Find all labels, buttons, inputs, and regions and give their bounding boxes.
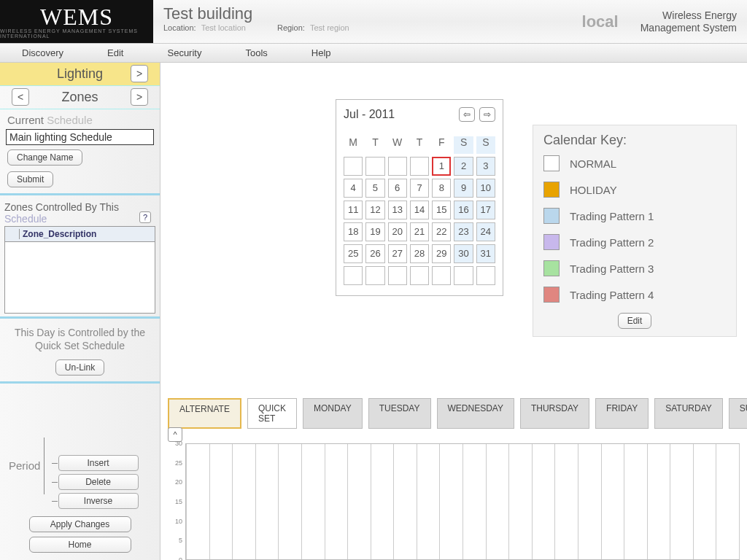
day-tab-alternate[interactable]: ALTERNATE [168,398,241,429]
calendar-day[interactable]: 15 [432,201,451,219]
y-tick: 25 [175,459,182,467]
day-tab-friday[interactable]: FRIDAY [595,398,649,429]
day-tab-thursday[interactable]: THURSDAY [520,398,589,429]
calendar-day[interactable]: 12 [365,201,384,219]
nav-zones-prev[interactable]: < [12,88,29,106]
calendar-empty-cell [344,266,363,285]
calendar-day[interactable]: 8 [432,179,451,198]
calendar-day[interactable]: 26 [365,244,384,263]
help-icon[interactable]: ? [139,211,151,223]
unlink-button[interactable]: Un-Link [55,359,104,376]
calendar-day[interactable]: 30 [454,244,473,263]
submit-button[interactable]: Submit [7,171,53,187]
calendar-grid: MTWTFSS123456789101112131415161718192021… [344,136,495,285]
calendar-empty-cell [388,266,407,285]
chart-box[interactable] [185,443,740,560]
apply-changes-button[interactable]: Apply Changes [29,516,131,532]
logo-text: WEMS [40,5,113,28]
calendar-day[interactable]: 22 [432,222,451,241]
calendar-key: Calendar Key: NORMALHOLIDAYTrading Patte… [533,125,737,337]
delete-button[interactable]: Delete [58,474,139,490]
divider-2 [0,316,160,319]
region-value: Test region [310,23,349,32]
calendar-day[interactable]: 28 [410,244,429,263]
calendar-day[interactable]: 11 [344,201,363,219]
calendar-prev[interactable]: ⇦ [459,107,475,122]
key-row: HOLIDAY [543,182,726,198]
home-button[interactable]: Home [29,537,131,553]
inverse-button[interactable]: Inverse [58,493,139,509]
calendar-day[interactable]: 6 [388,179,407,198]
menu-discovery[interactable]: Discovery [22,47,63,58]
nav-lighting: Lighting > [0,63,160,86]
calendar-day[interactable]: 13 [388,201,407,219]
nav-zones-next[interactable]: > [131,88,148,106]
calendar-day[interactable]: 3 [476,157,495,176]
calendar-day[interactable]: 20 [388,222,407,241]
calendar-day[interactable]: 5 [365,179,384,198]
calendar-day[interactable]: 10 [476,179,495,198]
calendar-day[interactable]: 29 [432,244,451,263]
calendar-day[interactable]: 7 [410,179,429,198]
change-name-button[interactable]: Change Name [7,149,82,166]
calendar-day[interactable]: 25 [344,244,363,263]
day-tab-saturday[interactable]: SATURDAY [654,398,723,429]
day-tab-quick-set[interactable]: QUICK SET [247,398,297,429]
calendar-next[interactable]: ⇨ [479,107,495,122]
calendar-day[interactable]: 4 [344,179,363,198]
calendar-empty-cell [344,157,363,176]
key-edit-button[interactable]: Edit [618,313,652,329]
day-tab-tuesday[interactable]: TUESDAY [368,398,431,429]
key-label: Trading Pattern 4 [570,289,654,301]
menu-tools[interactable]: Tools [245,47,267,58]
key-label: Trading Pattern 2 [570,236,654,249]
insert-button[interactable]: Insert [58,455,139,471]
menu-edit[interactable]: Edit [107,47,123,58]
day-tab-wednesday[interactable]: WEDNESDAY [437,398,514,429]
schedule-name-input[interactable]: Main lighting Schedule [6,129,154,145]
calendar-day[interactable]: 1 [432,157,451,176]
menubar: Discovery Edit Security Tools Help [0,44,747,63]
nav-lighting-next[interactable]: > [131,65,148,82]
calendar-day[interactable]: 18 [344,222,363,241]
calendar-dow: S [454,136,473,154]
calendar-day[interactable]: 27 [388,244,407,263]
calendar-empty-cell [410,157,429,176]
system-name: Wireless Energy Management System [640,9,737,34]
key-swatch [543,287,560,303]
calendar-day[interactable]: 16 [454,201,473,219]
calendar-dow: M [344,136,363,154]
nav-zones: < Zones > [0,86,160,109]
calendar-day[interactable]: 2 [454,157,473,176]
period-group: Period Insert Delete Inverse Apply Chang… [0,449,160,560]
y-tick: 30 [175,440,182,447]
menu-security[interactable]: Security [167,47,201,58]
key-label: NORMAL [570,158,616,170]
divider [0,193,160,195]
calendar-day[interactable]: 19 [365,222,384,241]
menu-help[interactable]: Help [311,47,331,58]
calendar-day[interactable]: 14 [410,201,429,219]
y-tick: 0 [179,556,182,560]
key-row: Trading Pattern 4 [543,287,726,303]
content: Jul - 2011 ⇦ ⇨ MTWTFSS123456789101112131… [160,63,747,560]
logo-subtitle: WIRELESS ENERGY MANAGEMENT SYSTEMS INTER… [0,28,153,39]
day-tab-monday[interactable]: MONDAY [303,398,363,429]
day-tab-sunday[interactable]: SUNDAY [729,398,747,429]
calendar-day[interactable]: 24 [476,222,495,241]
calendar: Jul - 2011 ⇦ ⇨ MTWTFSS123456789101112131… [336,99,503,296]
key-swatch [543,155,560,171]
key-label: Trading Pattern 3 [570,262,654,275]
y-tick: 20 [175,478,182,486]
calendar-day[interactable]: 31 [476,244,495,263]
calendar-day[interactable]: 17 [476,201,495,219]
calendar-day[interactable]: 9 [454,179,473,198]
location-label: Location: [163,23,196,32]
header-info: Test building Location: Test location Re… [153,0,582,43]
logo: WEMS WIRELESS ENERGY MANAGEMENT SYSTEMS … [0,0,153,43]
calendar-dow: F [432,136,451,154]
zone-table[interactable]: Zone_Description [4,226,155,314]
chart-area: ^ 302520151050 00:0002:0004:0006:0008:00… [168,427,740,560]
calendar-day[interactable]: 21 [410,222,429,241]
calendar-day[interactable]: 23 [454,222,473,241]
